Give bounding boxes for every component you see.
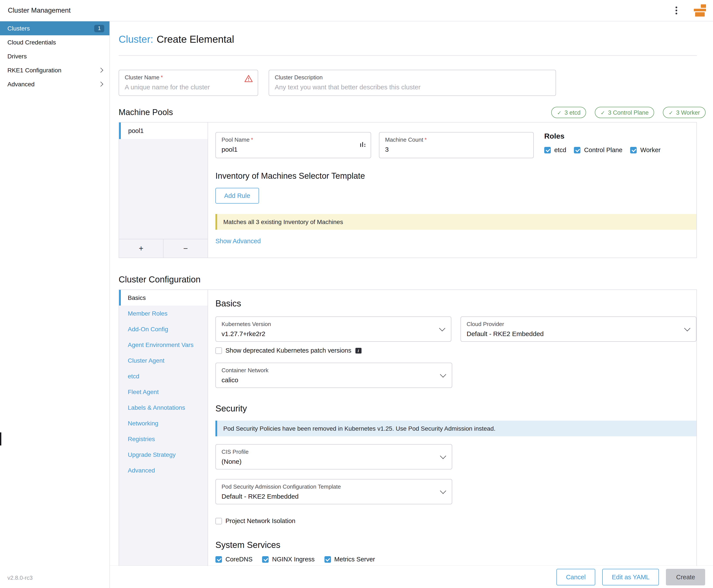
cluster-configuration-card: Basics Member Roles Add-On Config Agent … <box>119 289 697 566</box>
checkbox-unchecked-icon <box>216 347 222 354</box>
kebab-menu-icon[interactable] <box>671 4 681 17</box>
cluster-description-field[interactable]: Cluster Description <box>269 70 556 96</box>
container-network-select[interactable]: Container Network calico <box>216 363 452 388</box>
config-tab-registries[interactable]: Registries <box>119 431 208 447</box>
app-title: Cluster Management <box>8 6 70 14</box>
main-panel: Cluster:Create Elemental Cluster Name* <box>110 21 713 588</box>
sidebar-item-label: Drivers <box>7 53 27 60</box>
etcd-count-badge: 3 etcd <box>551 107 586 118</box>
config-tab-networking[interactable]: Networking <box>119 415 208 431</box>
pool-name-input[interactable] <box>222 146 365 153</box>
warning-icon <box>244 75 253 82</box>
page-title-text: Create Elemental <box>157 34 234 45</box>
sidebar-item-advanced[interactable]: Advanced <box>0 77 109 91</box>
footer-actions: Cancel Edit as YAML Create <box>110 566 713 588</box>
cis-profile-select[interactable]: CIS Profile (None) <box>216 444 452 469</box>
sidebar-item-rke1-configuration[interactable]: RKE1 Configuration <box>0 63 109 77</box>
chevron-down-icon <box>684 325 690 331</box>
container-network-value: calico <box>222 376 437 383</box>
pool-name-field[interactable]: Pool Name* <box>216 132 371 158</box>
sidebar-item-clusters[interactable]: Clusters 1 <box>0 21 109 35</box>
config-nav-column: Basics Member Roles Add-On Config Agent … <box>119 290 208 566</box>
psa-template-select[interactable]: Pod Security Admission Configuration Tem… <box>216 479 452 504</box>
role-worker-checkbox[interactable]: Worker <box>630 146 661 153</box>
page-title: Cluster:Create Elemental <box>119 33 697 46</box>
required-asterisk: * <box>425 136 427 143</box>
config-tab-member-roles[interactable]: Member Roles <box>119 306 208 321</box>
pool-detail-panel: Pool Name* Machine Count* <box>208 123 696 258</box>
cluster-name-label: Cluster Name* <box>125 74 252 81</box>
kubernetes-version-value: v1.27.7+rke2r2 <box>222 330 436 337</box>
sidebar-item-label: Cloud Credentials <box>7 39 56 46</box>
machine-count-input[interactable] <box>385 146 528 153</box>
info-icon[interactable] <box>355 348 361 353</box>
cancel-button[interactable]: Cancel <box>556 569 595 585</box>
version-label: v2.8.0-rc3 <box>7 574 33 581</box>
remove-pool-button[interactable]: − <box>164 239 208 258</box>
title-divider <box>119 55 697 56</box>
config-tab-fleet-agent[interactable]: Fleet Agent <box>119 384 208 400</box>
coredns-checkbox[interactable]: CoreDNS <box>216 556 252 563</box>
show-advanced-link[interactable]: Show Advanced <box>216 237 261 245</box>
chevron-down-icon <box>440 453 446 459</box>
page-title-prefix: Cluster: <box>119 34 153 45</box>
config-tab-agent-environment-vars[interactable]: Agent Environment Vars <box>119 337 208 353</box>
rancher-logo-icon <box>693 4 707 17</box>
machine-pool-card: pool1 + − Pool Name* <box>119 122 697 258</box>
checkbox-unchecked-icon <box>216 518 222 524</box>
chevron-right-icon <box>98 82 103 87</box>
cluster-description-input[interactable] <box>275 83 550 91</box>
chevron-down-icon <box>439 325 445 331</box>
required-asterisk: * <box>161 74 163 81</box>
psa-template-value: Default - RKE2 Embedded <box>222 492 437 500</box>
cloud-provider-select[interactable]: Cloud Provider Default - RKE2 Embedded <box>461 316 696 342</box>
config-tab-labels-annotations[interactable]: Labels & Annotations <box>119 400 208 415</box>
sidebar-item-label: RKE1 Configuration <box>7 67 61 74</box>
nginx-ingress-checkbox[interactable]: NGINX Ingress <box>262 556 314 563</box>
config-tab-advanced[interactable]: Advanced <box>119 462 208 478</box>
security-title: Security <box>216 404 696 414</box>
machine-count-field[interactable]: Machine Count* <box>379 132 534 158</box>
chevron-down-icon <box>440 371 446 377</box>
pool-name-label: Pool Name* <box>222 136 365 143</box>
cluster-name-input[interactable] <box>125 83 252 91</box>
check-icon <box>557 109 562 116</box>
required-asterisk: * <box>251 136 253 143</box>
cluster-name-field[interactable]: Cluster Name* <box>119 70 258 96</box>
cis-profile-label: CIS Profile <box>222 448 437 456</box>
chevron-right-icon <box>98 68 103 73</box>
checkbox-checked-icon <box>574 147 580 153</box>
config-tab-etcd[interactable]: etcd <box>119 368 208 384</box>
kubernetes-version-label: Kubernetes Version <box>222 321 436 328</box>
pool-name-bars-icon[interactable] <box>360 141 366 147</box>
psa-template-label: Pod Security Admission Configuration Tem… <box>222 483 437 490</box>
config-tab-cluster-agent[interactable]: Cluster Agent <box>119 353 208 368</box>
sidebar-item-cloud-credentials[interactable]: Cloud Credentials <box>0 35 109 49</box>
matches-banner: Matches all 3 existing Inventory of Mach… <box>216 214 696 230</box>
project-network-isolation-checkbox[interactable]: Project Network Isolation <box>216 518 696 524</box>
pool-tab-pool1[interactable]: pool1 <box>119 123 208 139</box>
metrics-server-checkbox[interactable]: Metrics Server <box>324 556 375 563</box>
role-control-plane-checkbox[interactable]: Control Plane <box>574 146 623 153</box>
check-icon <box>669 109 673 116</box>
roles-group: Roles etcd Control Plane Worker <box>544 132 661 153</box>
show-deprecated-versions-checkbox[interactable]: Show deprecated Kubernetes patch version… <box>216 347 696 354</box>
sidebar-item-drivers[interactable]: Drivers <box>0 49 109 63</box>
config-tab-upgrade-strategy[interactable]: Upgrade Strategy <box>119 447 208 462</box>
control-plane-count-badge: 3 Control Plane <box>595 107 654 118</box>
roles-title: Roles <box>544 132 661 141</box>
machine-pools-header: Machine Pools 3 etcd 3 Control Plane 3 W… <box>119 106 706 119</box>
config-tab-add-on-config[interactable]: Add-On Config <box>119 321 208 337</box>
role-etcd-checkbox[interactable]: etcd <box>544 146 566 153</box>
create-button[interactable]: Create <box>666 569 705 585</box>
add-rule-button[interactable]: Add Rule <box>216 188 259 204</box>
kubernetes-version-select[interactable]: Kubernetes Version v1.27.7+rke2r2 <box>216 316 451 342</box>
checkbox-checked-icon <box>630 147 637 153</box>
add-pool-button[interactable]: + <box>119 239 164 258</box>
worker-count-badge: 3 Worker <box>663 107 706 118</box>
top-header: Cluster Management <box>0 0 713 21</box>
config-tab-basics[interactable]: Basics <box>119 290 208 306</box>
machine-pools-title: Machine Pools <box>119 108 173 117</box>
edit-as-yaml-button[interactable]: Edit as YAML <box>602 569 659 585</box>
left-edge-handle[interactable] <box>0 433 1 445</box>
